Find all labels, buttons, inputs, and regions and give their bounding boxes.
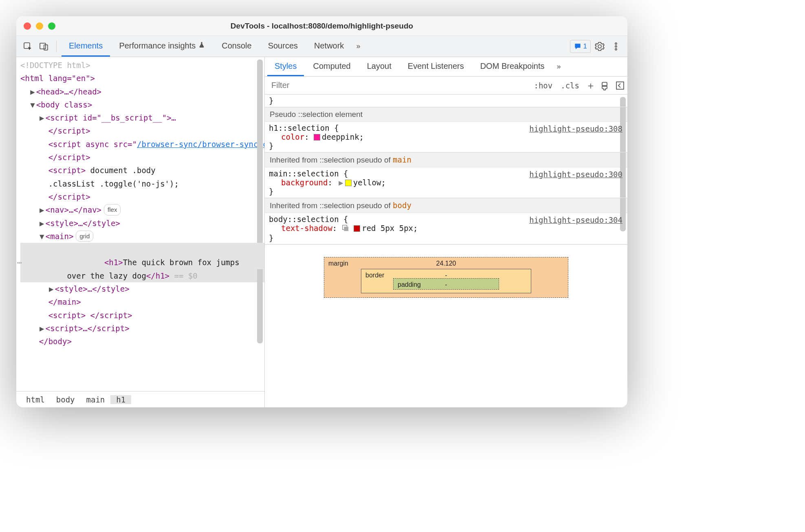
tabs-overflow-button[interactable]: » (353, 42, 363, 51)
script-src-link[interactable]: /browser-sync/browser-sync-client.js?v=2… (137, 140, 264, 149)
rule-source-link[interactable]: highlight-pseudo:308 (529, 124, 622, 133)
css-rule[interactable]: highlight-pseudo:300 main::selection { b… (265, 167, 627, 198)
tab-styles[interactable]: Styles (267, 57, 304, 76)
expander-icon[interactable]: ▼ (30, 98, 35, 111)
css-value[interactable]: deeppink (322, 132, 359, 141)
main-tag[interactable]: <main> (46, 232, 74, 241)
tab-dom-breakpoints[interactable]: DOM Breakpoints (473, 57, 552, 76)
shadow-editor-icon[interactable] (342, 224, 349, 233)
breadcrumb-item[interactable]: body (51, 395, 81, 404)
settings-icon[interactable] (592, 39, 607, 54)
filter-input[interactable] (266, 77, 530, 94)
body-close: </body> (39, 337, 72, 346)
scrollbar[interactable] (257, 59, 263, 343)
layout-badge-grid[interactable]: grid (76, 231, 93, 242)
script-text: document .body (86, 166, 156, 175)
tabs-overflow-button[interactable]: » (554, 62, 564, 71)
tab-event-listeners[interactable]: Event Listeners (400, 57, 471, 76)
computed-toggle-icon[interactable] (613, 78, 627, 93)
svg-point-4 (615, 46, 617, 47)
h1-text: The quick brown fox jumps (123, 258, 244, 267)
script-tag[interactable]: <script id="__bs_script__">… (46, 113, 176, 122)
css-rule[interactable]: highlight-pseudo:308 h1::selection { col… (265, 122, 627, 152)
breadcrumb-item[interactable]: html (20, 395, 51, 404)
nav-tag[interactable]: <nav>…</nav> (46, 205, 101, 214)
css-rule[interactable]: highlight-pseudo:304 body::selection { t… (265, 213, 627, 244)
expand-shorthand-icon[interactable]: ▶ (339, 178, 343, 187)
tab-sources[interactable]: Sources (261, 36, 305, 57)
h1-text: over the lazy dog (67, 271, 146, 280)
inspected-marker: == $0 (169, 271, 198, 280)
tab-performance-insights[interactable]: Performance insights (112, 36, 213, 57)
head-tag[interactable]: <head>…</head> (36, 87, 101, 96)
dom-tree[interactable]: <!DOCTYPE html> <html lang="en"> ▶<head>… (16, 57, 264, 391)
css-value[interactable]: red 5px 5px (362, 224, 413, 233)
titlebar: DevTools - localhost:8080/demo/highlight… (16, 16, 627, 36)
kebab-menu-icon[interactable] (609, 39, 623, 54)
divider (56, 41, 57, 52)
paint-brush-icon[interactable] (598, 78, 613, 93)
cls-toggle[interactable]: .cls (556, 81, 583, 90)
section-element[interactable]: body (393, 201, 411, 210)
script-close: </script> (48, 192, 90, 201)
body-tag[interactable]: <body class> (36, 100, 92, 109)
main-close: </main> (48, 297, 81, 306)
box-model-margin-value[interactable]: 24.120 (436, 260, 456, 267)
console-messages-badge[interactable]: 1 (570, 40, 591, 53)
breadcrumb: html body main h1 (16, 391, 264, 407)
tab-network[interactable]: Network (307, 36, 351, 57)
box-model-padding-value[interactable]: - (445, 281, 447, 288)
css-property[interactable]: background (281, 178, 328, 187)
h1-tag[interactable]: <h1> (104, 258, 123, 267)
more-actions-icon[interactable]: ⋯ (17, 256, 27, 269)
style-tag[interactable]: <style>…</style> (46, 219, 120, 228)
svg-rect-6 (616, 82, 624, 89)
svg-rect-1 (40, 43, 46, 49)
scrollbar[interactable] (620, 97, 626, 231)
css-property[interactable]: color (281, 132, 304, 141)
color-swatch[interactable] (345, 180, 352, 186)
expander-icon[interactable]: ▼ (39, 230, 45, 243)
tab-layout[interactable]: Layout (360, 57, 399, 76)
script-tag[interactable]: <script> </script> (48, 311, 132, 320)
box-model-border-label: border (365, 272, 384, 279)
expander-icon[interactable]: ▶ (39, 322, 45, 335)
script-tag[interactable]: <script>…</script> (46, 324, 130, 333)
expander-icon[interactable]: ▶ (39, 203, 45, 216)
tab-console[interactable]: Console (214, 36, 259, 57)
html-tag[interactable]: <html lang="en"> (20, 74, 95, 83)
device-toolbar-icon[interactable] (37, 39, 51, 54)
doctype: <!DOCTYPE html> (20, 61, 90, 70)
rule-source-link[interactable]: highlight-pseudo:300 (529, 170, 622, 179)
expander-icon[interactable]: ▶ (39, 217, 45, 230)
script-close: </script> (48, 153, 90, 162)
layout-badge-flex[interactable]: flex (104, 204, 121, 215)
selected-node-row[interactable]: ⋯ <h1>The quick brown fox jumps (20, 243, 264, 269)
expander-icon[interactable]: ▶ (39, 111, 45, 124)
new-style-rule-icon[interactable]: ＋ (583, 78, 598, 93)
script-tag[interactable]: <script> (48, 166, 86, 175)
section-header: Inherited from ::selection pseudo of mai… (265, 152, 627, 167)
inspect-icon[interactable] (20, 39, 35, 54)
svg-point-3 (615, 43, 617, 44)
script-tag[interactable]: <script async src=" (48, 140, 137, 149)
message-count: 1 (583, 42, 587, 51)
breadcrumb-item-selected[interactable]: h1 (110, 395, 131, 404)
style-tag[interactable]: <style>…</style> (55, 284, 130, 293)
expander-icon[interactable]: ▶ (48, 282, 54, 295)
tab-elements[interactable]: Elements (62, 36, 110, 57)
color-swatch[interactable] (354, 225, 360, 232)
main-toolbar: Elements Performance insights Console So… (16, 36, 627, 57)
hov-toggle[interactable]: :hov (530, 81, 556, 90)
tab-computed[interactable]: Computed (306, 57, 358, 76)
expander-icon[interactable]: ▶ (30, 85, 35, 98)
rule-source-link[interactable]: highlight-pseudo:304 (529, 215, 622, 224)
css-value[interactable]: yellow (353, 178, 381, 187)
section-element[interactable]: main (393, 155, 411, 164)
breadcrumb-item[interactable]: main (81, 395, 111, 404)
css-property[interactable]: text-shadow (281, 224, 332, 233)
box-model-diagram[interactable]: margin 24.120 border - padding - (324, 257, 568, 298)
window-title: DevTools - localhost:8080/demo/highlight… (16, 22, 627, 31)
color-swatch[interactable] (314, 134, 320, 141)
box-model-margin-label: margin (328, 260, 348, 267)
